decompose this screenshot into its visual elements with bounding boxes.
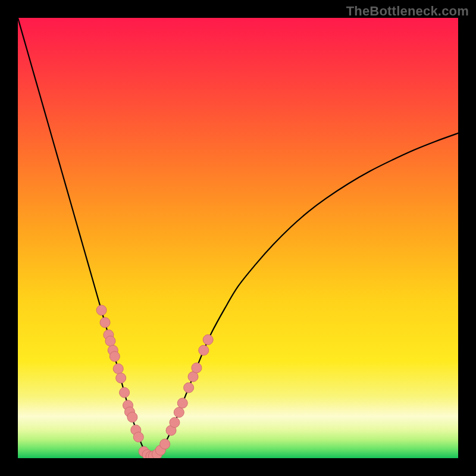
data-dot [177,398,187,408]
data-dot [174,408,184,418]
data-dot [120,387,130,397]
bottleneck-curve [18,18,458,457]
data-dot [199,345,209,355]
data-dot [113,364,123,374]
data-dot [170,418,180,428]
data-dot [109,352,120,362]
plot-area [18,18,458,458]
data-dot [100,318,110,328]
watermark-text: TheBottleneck.com [346,4,469,19]
data-dot [160,439,170,449]
data-dot [133,432,143,442]
curve-layer [18,18,458,458]
data-dot [203,334,213,345]
data-dot [116,373,126,383]
data-dot [96,305,107,315]
data-dot [192,363,202,373]
curve-dots [96,305,213,458]
data-dot [184,383,194,393]
chart-canvas: TheBottleneck.com [0,0,476,476]
data-dot [127,412,137,422]
data-dot [105,336,115,346]
